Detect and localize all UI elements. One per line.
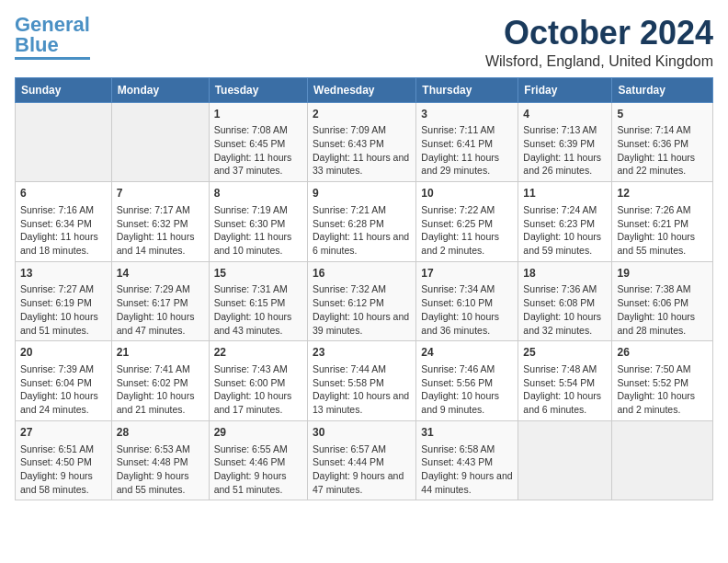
page-header: General Blue October 2024 Wilsford, Engl… bbox=[15, 15, 713, 70]
calendar-cell: 29Sunrise: 6:55 AMSunset: 4:46 PMDayligh… bbox=[209, 420, 307, 500]
day-info: Sunrise: 7:29 AMSunset: 6:17 PMDaylight:… bbox=[117, 283, 195, 335]
calendar-week-row: 1Sunrise: 7:08 AMSunset: 6:45 PMDaylight… bbox=[16, 102, 713, 182]
weekday-header: Tuesday bbox=[209, 77, 307, 102]
day-info: Sunrise: 7:21 AMSunset: 6:28 PMDaylight:… bbox=[313, 204, 409, 256]
weekday-header: Monday bbox=[111, 77, 209, 102]
day-info: Sunrise: 7:27 AMSunset: 6:19 PMDaylight:… bbox=[20, 283, 98, 335]
day-info: Sunrise: 7:39 AMSunset: 6:04 PMDaylight:… bbox=[20, 363, 98, 415]
calendar-cell: 11Sunrise: 7:24 AMSunset: 6:23 PMDayligh… bbox=[518, 182, 612, 262]
day-number: 25 bbox=[523, 345, 607, 361]
calendar-table: SundayMondayTuesdayWednesdayThursdayFrid… bbox=[15, 77, 713, 501]
day-number: 3 bbox=[421, 107, 513, 122]
day-info: Sunrise: 7:34 AMSunset: 6:10 PMDaylight:… bbox=[421, 283, 499, 335]
day-number: 18 bbox=[523, 266, 607, 282]
calendar-week-row: 6Sunrise: 7:16 AMSunset: 6:34 PMDaylight… bbox=[16, 182, 713, 262]
day-info: Sunrise: 7:43 AMSunset: 6:00 PMDaylight:… bbox=[214, 363, 292, 415]
day-info: Sunrise: 7:32 AMSunset: 6:12 PMDaylight:… bbox=[313, 283, 409, 335]
calendar-cell: 22Sunrise: 7:43 AMSunset: 6:00 PMDayligh… bbox=[209, 341, 307, 421]
calendar-cell: 4Sunrise: 7:13 AMSunset: 6:39 PMDaylight… bbox=[518, 102, 612, 182]
logo-underline bbox=[15, 57, 90, 60]
weekday-row: SundayMondayTuesdayWednesdayThursdayFrid… bbox=[16, 77, 713, 102]
calendar-cell: 3Sunrise: 7:11 AMSunset: 6:41 PMDaylight… bbox=[416, 102, 518, 182]
day-info: Sunrise: 7:24 AMSunset: 6:23 PMDaylight:… bbox=[523, 204, 601, 256]
day-number: 13 bbox=[20, 266, 107, 282]
day-info: Sunrise: 7:08 AMSunset: 6:45 PMDaylight:… bbox=[214, 124, 292, 176]
calendar-cell: 21Sunrise: 7:41 AMSunset: 6:02 PMDayligh… bbox=[111, 341, 209, 421]
calendar-cell: 14Sunrise: 7:29 AMSunset: 6:17 PMDayligh… bbox=[111, 261, 209, 341]
day-info: Sunrise: 7:44 AMSunset: 5:58 PMDaylight:… bbox=[313, 363, 409, 415]
day-info: Sunrise: 7:31 AMSunset: 6:15 PMDaylight:… bbox=[214, 283, 292, 335]
month-title: October 2024 bbox=[485, 15, 713, 52]
calendar-cell bbox=[111, 102, 209, 182]
day-number: 21 bbox=[117, 345, 204, 361]
calendar-cell: 20Sunrise: 7:39 AMSunset: 6:04 PMDayligh… bbox=[16, 341, 112, 421]
calendar-header: SundayMondayTuesdayWednesdayThursdayFrid… bbox=[16, 77, 713, 102]
day-number: 10 bbox=[421, 186, 513, 201]
calendar-week-row: 20Sunrise: 7:39 AMSunset: 6:04 PMDayligh… bbox=[16, 341, 713, 421]
logo-blue: Blue bbox=[15, 33, 59, 56]
calendar-cell: 24Sunrise: 7:46 AMSunset: 5:56 PMDayligh… bbox=[416, 341, 518, 421]
day-number: 26 bbox=[617, 345, 708, 361]
calendar-cell: 15Sunrise: 7:31 AMSunset: 6:15 PMDayligh… bbox=[209, 261, 307, 341]
calendar-cell bbox=[518, 420, 612, 500]
day-info: Sunrise: 7:36 AMSunset: 6:08 PMDaylight:… bbox=[523, 283, 601, 335]
calendar-cell: 2Sunrise: 7:09 AMSunset: 6:43 PMDaylight… bbox=[308, 102, 416, 182]
calendar-cell: 28Sunrise: 6:53 AMSunset: 4:48 PMDayligh… bbox=[111, 420, 209, 500]
day-info: Sunrise: 6:57 AMSunset: 4:44 PMDaylight:… bbox=[313, 443, 404, 495]
day-info: Sunrise: 7:19 AMSunset: 6:30 PMDaylight:… bbox=[214, 204, 292, 256]
weekday-header: Sunday bbox=[16, 77, 112, 102]
day-number: 22 bbox=[214, 345, 302, 361]
day-info: Sunrise: 7:22 AMSunset: 6:25 PMDaylight:… bbox=[421, 204, 499, 256]
calendar-cell: 18Sunrise: 7:36 AMSunset: 6:08 PMDayligh… bbox=[518, 261, 612, 341]
day-info: Sunrise: 7:50 AMSunset: 5:52 PMDaylight:… bbox=[617, 363, 695, 415]
day-info: Sunrise: 7:13 AMSunset: 6:39 PMDaylight:… bbox=[523, 124, 601, 176]
calendar-cell: 10Sunrise: 7:22 AMSunset: 6:25 PMDayligh… bbox=[416, 182, 518, 262]
location: Wilsford, England, United Kingdom bbox=[485, 53, 713, 70]
day-info: Sunrise: 6:51 AMSunset: 4:50 PMDaylight:… bbox=[20, 443, 94, 495]
title-area: October 2024 Wilsford, England, United K… bbox=[485, 15, 713, 70]
day-info: Sunrise: 7:46 AMSunset: 5:56 PMDaylight:… bbox=[421, 363, 499, 415]
day-number: 19 bbox=[617, 266, 708, 282]
day-number: 15 bbox=[214, 266, 302, 282]
calendar-cell: 23Sunrise: 7:44 AMSunset: 5:58 PMDayligh… bbox=[308, 341, 416, 421]
day-info: Sunrise: 7:14 AMSunset: 6:36 PMDaylight:… bbox=[617, 124, 695, 176]
calendar-cell: 7Sunrise: 7:17 AMSunset: 6:32 PMDaylight… bbox=[111, 182, 209, 262]
weekday-header: Wednesday bbox=[308, 77, 416, 102]
day-number: 7 bbox=[117, 186, 204, 201]
day-number: 29 bbox=[214, 425, 302, 441]
logo: General Blue bbox=[15, 15, 90, 60]
calendar-cell: 12Sunrise: 7:26 AMSunset: 6:21 PMDayligh… bbox=[612, 182, 713, 262]
day-info: Sunrise: 7:41 AMSunset: 6:02 PMDaylight:… bbox=[117, 363, 195, 415]
calendar-cell bbox=[612, 420, 713, 500]
calendar-cell: 30Sunrise: 6:57 AMSunset: 4:44 PMDayligh… bbox=[308, 420, 416, 500]
day-number: 17 bbox=[421, 266, 513, 282]
day-info: Sunrise: 7:48 AMSunset: 5:54 PMDaylight:… bbox=[523, 363, 601, 415]
day-number: 12 bbox=[617, 186, 708, 201]
calendar-week-row: 13Sunrise: 7:27 AMSunset: 6:19 PMDayligh… bbox=[16, 261, 713, 341]
day-number: 5 bbox=[617, 107, 708, 122]
day-info: Sunrise: 6:58 AMSunset: 4:43 PMDaylight:… bbox=[421, 443, 512, 495]
day-number: 6 bbox=[20, 186, 107, 201]
day-number: 24 bbox=[421, 345, 513, 361]
calendar-cell: 6Sunrise: 7:16 AMSunset: 6:34 PMDaylight… bbox=[16, 182, 112, 262]
logo-text: General Blue bbox=[15, 15, 90, 55]
calendar-cell: 26Sunrise: 7:50 AMSunset: 5:52 PMDayligh… bbox=[612, 341, 713, 421]
day-number: 30 bbox=[313, 425, 411, 441]
weekday-header: Saturday bbox=[612, 77, 713, 102]
calendar-cell: 27Sunrise: 6:51 AMSunset: 4:50 PMDayligh… bbox=[16, 420, 112, 500]
day-number: 28 bbox=[117, 425, 204, 441]
day-info: Sunrise: 7:16 AMSunset: 6:34 PMDaylight:… bbox=[20, 204, 98, 256]
day-number: 9 bbox=[313, 186, 411, 201]
calendar-cell bbox=[16, 102, 112, 182]
calendar-cell: 5Sunrise: 7:14 AMSunset: 6:36 PMDaylight… bbox=[612, 102, 713, 182]
day-info: Sunrise: 7:26 AMSunset: 6:21 PMDaylight:… bbox=[617, 204, 695, 256]
weekday-header: Friday bbox=[518, 77, 612, 102]
day-number: 23 bbox=[313, 345, 411, 361]
day-number: 1 bbox=[214, 107, 302, 122]
calendar-cell: 25Sunrise: 7:48 AMSunset: 5:54 PMDayligh… bbox=[518, 341, 612, 421]
calendar-body: 1Sunrise: 7:08 AMSunset: 6:45 PMDaylight… bbox=[16, 102, 713, 500]
weekday-header: Thursday bbox=[416, 77, 518, 102]
day-info: Sunrise: 7:11 AMSunset: 6:41 PMDaylight:… bbox=[421, 124, 499, 176]
day-number: 14 bbox=[117, 266, 204, 282]
day-number: 16 bbox=[313, 266, 411, 282]
